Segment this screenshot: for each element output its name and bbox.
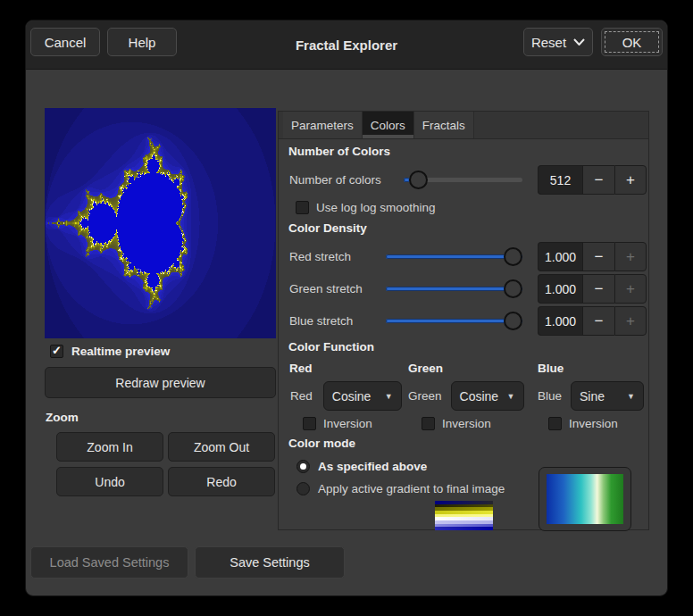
color-density-heading: Color Density <box>288 221 648 235</box>
realtime-preview-option: Realtime preview <box>50 345 170 358</box>
red-column-header: Red <box>289 362 408 375</box>
green-inversion-label: Inversion <box>442 417 491 430</box>
apply-gradient-radio[interactable] <box>296 482 310 495</box>
color-mode-heading: Color mode <box>288 437 648 450</box>
red-stretch-value[interactable]: 1.000 <box>538 242 582 271</box>
dropdown-arrow-icon: ▼ <box>385 392 393 401</box>
zoom-section-heading: Zoom <box>46 411 79 424</box>
red-stretch-spinbox: 1.000 − + <box>538 242 647 271</box>
red-stretch-row: Red stretch 1.000 − + <box>279 242 648 271</box>
red-function-dropdown[interactable]: Cosine ▼ <box>323 381 402 411</box>
green-function-value: Cosine <box>460 389 499 404</box>
increment-button[interactable]: + <box>614 165 647 195</box>
slider-thumb[interactable] <box>504 312 522 330</box>
blue-stretch-label: Blue stretch <box>289 314 386 328</box>
green-column-header: Green <box>408 362 538 375</box>
colormap-stripe <box>435 527 493 530</box>
log-log-smoothing-option: Use log log smoothing <box>296 201 648 214</box>
titlebar: Cancel Help Fractal Explorer Reset OK <box>26 21 667 70</box>
realtime-preview-label: Realtime preview <box>71 345 170 358</box>
number-of-colors-label: Number of colors <box>289 173 404 187</box>
dropdown-arrow-icon: ▼ <box>627 392 635 401</box>
color-function-dropdown-row: Red Cosine ▼ Green Cosine ▼ <box>279 381 648 411</box>
red-function-value: Cosine <box>332 389 372 404</box>
settings-notebook: Parameters Colors Fractals Number of Col… <box>278 111 649 530</box>
blue-column-header: Blue <box>538 362 564 375</box>
active-gradient-button[interactable] <box>539 467 631 531</box>
decrement-button[interactable]: − <box>582 274 614 304</box>
blue-stretch-slider[interactable] <box>386 306 522 336</box>
decrement-button[interactable]: − <box>582 306 614 336</box>
redo-label: Redo <box>206 475 236 489</box>
redo-button[interactable]: Redo <box>168 467 275 496</box>
decrement-button[interactable]: − <box>582 165 614 195</box>
slider-fill <box>386 254 522 259</box>
decrement-button[interactable]: − <box>582 242 614 271</box>
log-log-smoothing-checkbox[interactable] <box>296 201 309 214</box>
fractal-preview-image[interactable] <box>45 108 276 338</box>
blue-stretch-row: Blue stretch 1.000 − + <box>279 306 648 336</box>
red-inversion-checkbox[interactable] <box>303 417 316 430</box>
slider-thumb[interactable] <box>504 279 522 298</box>
green-function-dropdown[interactable]: Cosine ▼ <box>451 381 524 411</box>
tab-parameters[interactable]: Parameters <box>283 112 363 138</box>
red-stretch-slider[interactable] <box>386 242 522 271</box>
blue-function-label: Blue <box>538 389 562 403</box>
fractal-explorer-dialog: Cancel Help Fractal Explorer Reset OK Re… <box>25 20 668 596</box>
reset-button[interactable]: Reset <box>523 28 593 56</box>
blue-stretch-value[interactable]: 1.000 <box>538 306 582 336</box>
save-settings-button[interactable]: Save Settings <box>195 546 345 579</box>
as-specified-above-radio[interactable] <box>296 460 310 473</box>
zoom-in-button[interactable]: Zoom In <box>56 432 163 462</box>
green-stretch-row: Green stretch 1.000 − + <box>279 274 648 304</box>
blue-inversion-option: Inversion <box>538 417 648 430</box>
chevron-down-icon <box>573 38 585 46</box>
green-stretch-spinbox: 1.000 − + <box>538 274 647 304</box>
screen: Cancel Help Fractal Explorer Reset OK Re… <box>0 0 693 616</box>
zoom-out-button[interactable]: Zoom Out <box>168 432 275 462</box>
number-of-colors-heading: Number of Colors <box>288 145 648 158</box>
red-inversion-option: Inversion <box>289 417 408 430</box>
green-stretch-value[interactable]: 1.000 <box>538 274 582 304</box>
active-gradient-preview <box>547 474 623 524</box>
inversion-row: Inversion Inversion Inversion <box>279 417 648 430</box>
blue-function-value: Sine <box>580 389 605 404</box>
green-inversion-checkbox[interactable] <box>422 417 435 430</box>
reset-button-label: Reset <box>531 35 566 50</box>
dropdown-arrow-icon: ▼ <box>507 392 515 401</box>
slider-fill <box>386 319 522 323</box>
slider-fill <box>386 287 522 291</box>
ok-button[interactable]: OK <box>601 28 663 56</box>
blue-inversion-label: Inversion <box>569 417 618 430</box>
green-stretch-slider[interactable] <box>386 274 522 304</box>
apply-gradient-label: Apply active gradient to final image <box>318 482 505 495</box>
number-of-colors-spinbox: 512 − + <box>538 165 647 195</box>
as-specified-above-label: As specified above <box>318 460 427 473</box>
red-stretch-label: Red stretch <box>289 250 386 263</box>
redraw-preview-label: Redraw preview <box>115 376 205 390</box>
slider-thumb[interactable] <box>504 247 522 266</box>
redraw-preview-button[interactable]: Redraw preview <box>45 367 276 398</box>
undo-label: Undo <box>95 475 124 489</box>
tab-colors[interactable]: Colors <box>363 112 414 138</box>
tab-fractals[interactable]: Fractals <box>414 112 474 138</box>
colormap-preview <box>435 501 493 530</box>
blue-stretch-spinbox: 1.000 − + <box>538 306 647 336</box>
slider-thumb[interactable] <box>409 171 428 189</box>
color-function-heading: Color Function <box>288 340 648 354</box>
green-function-label: Green <box>408 389 442 403</box>
red-function-label: Red <box>290 389 313 403</box>
blue-function-dropdown[interactable]: Sine ▼ <box>571 381 644 411</box>
load-saved-settings-button[interactable]: Load Saved Settings <box>30 546 188 579</box>
red-inversion-label: Inversion <box>323 417 372 430</box>
blue-inversion-checkbox[interactable] <box>548 417 562 430</box>
increment-button[interactable]: + <box>614 274 647 304</box>
realtime-preview-checkbox[interactable] <box>50 345 63 358</box>
green-stretch-label: Green stretch <box>289 282 386 296</box>
increment-button[interactable]: + <box>614 306 647 336</box>
number-of-colors-value[interactable]: 512 <box>538 165 582 195</box>
undo-button[interactable]: Undo <box>56 467 163 496</box>
tab-bar: Parameters Colors Fractals <box>279 112 648 139</box>
number-of-colors-slider[interactable] <box>404 165 522 195</box>
increment-button[interactable]: + <box>614 242 647 271</box>
